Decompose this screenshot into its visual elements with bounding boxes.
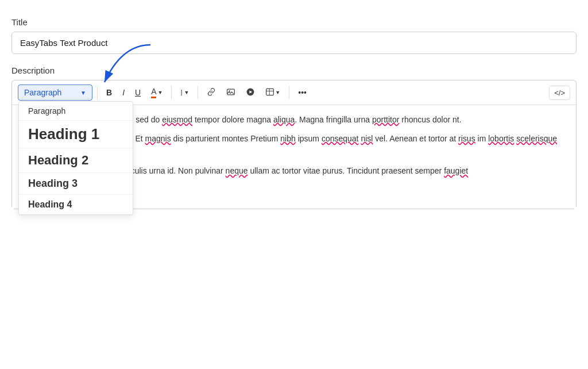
description-label: Description: [11, 66, 577, 75]
table-chevron-icon: ▼: [275, 90, 280, 95]
chevron-down-icon: ▼: [80, 90, 86, 96]
align-icon: ⁞: [180, 88, 183, 97]
dropdown-item-h2[interactable]: Heading 2: [19, 148, 133, 173]
image-icon: [226, 87, 235, 98]
title-input[interactable]: [11, 32, 577, 54]
italic-icon: I: [122, 88, 125, 97]
code-icon: </>: [554, 89, 565, 97]
more-icon: •••: [298, 88, 307, 97]
bold-button[interactable]: B: [102, 85, 116, 100]
editor-container: Paragraph ▼ Paragraph Heading 1 Heading …: [11, 80, 577, 209]
code-button[interactable]: </>: [549, 86, 570, 100]
underline-button[interactable]: U: [131, 85, 145, 100]
divider-3: [198, 86, 198, 99]
video-button[interactable]: [242, 84, 259, 101]
dropdown-item-paragraph[interactable]: Paragraph: [19, 102, 133, 121]
dropdown-item-h4[interactable]: Heading 4: [19, 195, 133, 214]
align-button[interactable]: ⁞ ▼: [176, 85, 193, 100]
divider-1: [97, 86, 98, 99]
dropdown-item-h1[interactable]: Heading 1: [19, 121, 133, 148]
align-chevron-icon: ▼: [184, 90, 189, 95]
divider-2: [171, 86, 172, 99]
paragraph-dropdown[interactable]: Paragraph ▼ Paragraph Heading 1 Heading …: [18, 84, 92, 101]
more-button[interactable]: •••: [294, 85, 311, 100]
link-icon: [207, 87, 216, 98]
play-icon: [246, 87, 255, 98]
italic-button[interactable]: I: [118, 85, 129, 100]
dropdown-label: Paragraph: [24, 88, 61, 97]
color-chevron-icon: ▼: [157, 90, 163, 95]
divider-4: [289, 86, 289, 99]
underline-icon: U: [135, 88, 141, 97]
link-button[interactable]: [203, 84, 220, 101]
toolbar: Paragraph ▼ Paragraph Heading 1 Heading …: [12, 80, 576, 105]
svg-point-2: [229, 90, 230, 91]
dropdown-menu: Paragraph Heading 1 Heading 2 Heading 3 …: [18, 101, 133, 215]
dropdown-item-h3[interactable]: Heading 3: [19, 173, 133, 195]
table-icon: [265, 87, 274, 98]
font-color-icon: A: [151, 87, 156, 98]
svg-rect-5: [266, 89, 274, 95]
font-color-button[interactable]: A ▼: [147, 84, 167, 101]
bold-icon: B: [106, 88, 112, 97]
table-button[interactable]: ▼: [261, 84, 284, 101]
image-button[interactable]: [222, 84, 239, 101]
title-label: Title: [11, 17, 577, 27]
